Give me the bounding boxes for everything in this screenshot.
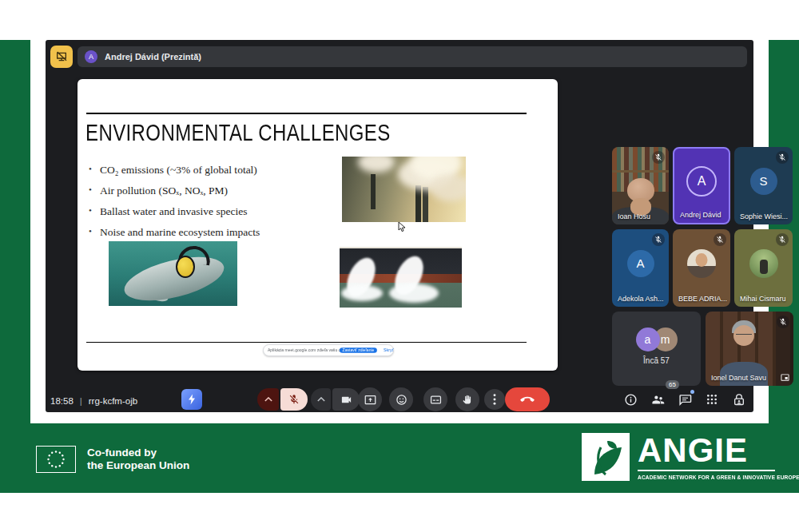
angie-logo: ANGIE ACADEMIC NETWORK FOR A GREEN & INN… <box>582 433 799 481</box>
angie-wordmark: ANGIE <box>638 433 799 468</box>
participant-tile-more[interactable]: a m Încă 57 <box>612 312 701 386</box>
mic-muted-button[interactable] <box>280 388 308 411</box>
mic-off-badge <box>777 316 789 328</box>
end-call-button[interactable] <box>505 387 550 411</box>
angie-leaf-icon <box>582 433 630 481</box>
avatar-letter: A <box>627 250 654 277</box>
participant-tile-adekola[interactable]: A Adekola Ash... <box>612 229 669 307</box>
slide-top-rule <box>86 113 527 114</box>
presenter-name: Andrej Dávid (Prezintă) <box>105 52 201 62</box>
participant-tile-mihai[interactable]: Mihai Cismaru <box>734 229 793 307</box>
angie-divider <box>638 470 775 471</box>
participant-name: Mihai Cismaru <box>740 295 786 303</box>
mic-off-icon <box>778 153 786 161</box>
captions-icon <box>430 394 442 406</box>
participant-tile-ioan-hosu[interactable]: Ioan Hosu <box>612 147 669 224</box>
slide-bullet: Ballast water and invasive species <box>89 205 260 218</box>
avatar-photo <box>749 249 778 278</box>
ship-ballast-water-discharge-photo <box>340 247 462 308</box>
angie-tagline: ACADEMIC NETWORK FOR A GREEN & INNOVATIV… <box>638 474 799 480</box>
mic-off-icon <box>779 318 787 326</box>
mic-off-icon <box>288 394 300 405</box>
mic-off-icon <box>778 236 786 244</box>
more-options-button[interactable] <box>484 389 505 410</box>
chat-notification-dot <box>690 390 694 394</box>
smokestack-emissions-photo <box>342 157 466 222</box>
share-bar-message: Aplikácia meet.google.com zdieľa vašu ob… <box>268 348 317 352</box>
mic-off-badge <box>776 233 789 246</box>
eu-cofunded-logo: Co-funded by the European Union <box>36 446 189 473</box>
slide-bottom-rule <box>86 342 527 343</box>
stop-sharing-button[interactable]: Zastaviť zdieľanie <box>340 347 377 352</box>
meeting-code: rrg-kcfm-ojb <box>89 396 137 406</box>
mouse-cursor <box>398 221 407 232</box>
raise-hand-button[interactable] <box>455 387 479 411</box>
participant-name: Sophie Wiesi... <box>740 212 788 220</box>
meeting-details-button[interactable] <box>622 391 638 407</box>
mic-options-chevron[interactable] <box>257 388 279 411</box>
participant-name: Ionel Danut Savu <box>711 374 766 382</box>
host-controls-button[interactable] <box>731 391 747 407</box>
extension-overlay-icon[interactable] <box>181 389 202 410</box>
participant-name: Andrej Dávid <box>680 211 721 219</box>
google-meet-window: A Andrej Dávid (Prezintă) ENVIRONMENTAL … <box>46 40 753 412</box>
camera-options-chevron[interactable] <box>311 388 331 411</box>
slide-bullet: Noise and marine ecosystem impacts <box>89 226 260 239</box>
mic-off-icon <box>716 236 724 244</box>
eu-cofunded-text: Co-funded by the European Union <box>87 447 189 472</box>
divider: | <box>80 396 82 406</box>
mic-off-icon <box>654 153 662 161</box>
info-icon <box>624 393 638 407</box>
shared-slide: ENVIRONMENTAL CHALLENGES CO₂ emissions (… <box>78 79 558 371</box>
activities-button[interactable] <box>704 391 720 407</box>
chrome-share-bar: Aplikácia meet.google.com zdieľa vašu ob… <box>263 344 394 356</box>
participant-count-badge: 65 <box>666 380 679 389</box>
participant-name: BEBE ADRIA... <box>678 295 727 303</box>
presenter-avatar: A <box>85 50 97 63</box>
clock-time: 18:58 <box>50 396 74 406</box>
slide-bullet: Air pollution (SOₓ, NOₓ, PM) <box>89 185 260 197</box>
captions-button[interactable] <box>423 387 447 411</box>
present-screen-button[interactable] <box>358 387 382 411</box>
people-panel-button[interactable] <box>650 391 666 407</box>
slide-title: ENVIRONMENTAL CHALLENGES <box>85 119 391 146</box>
avatar-letter: S <box>750 168 777 195</box>
slide-bullet-list: CO₂ emissions (~3% of global total) Air … <box>89 164 260 247</box>
participant-tile-sophie[interactable]: S Sophie Wiesi... <box>734 147 793 224</box>
more-vert-icon <box>493 394 496 405</box>
avatar-letter: A <box>686 166 717 197</box>
videocam-icon <box>340 394 352 406</box>
people-icon <box>650 393 666 407</box>
chat-panel-button[interactable] <box>677 391 693 407</box>
participant-name: Ioan Hosu <box>618 212 650 220</box>
mic-off-badge <box>652 151 665 164</box>
mic-off-badge <box>714 233 726 246</box>
hand-icon <box>462 394 473 405</box>
presentation-off-icon <box>55 50 68 63</box>
overflow-avatar-a: a <box>636 328 660 351</box>
participant-tile-bebe[interactable]: BEBE ADRIA... <box>673 229 730 307</box>
mic-off-badge <box>652 233 665 246</box>
present-icon <box>364 394 376 406</box>
participant-tile-andrej-david[interactable]: A Andrej Dávid <box>673 147 730 224</box>
lock-person-icon <box>733 393 745 407</box>
more-participants-label: Încă 57 <box>612 356 701 365</box>
avatar-photo <box>687 249 716 278</box>
mic-off-badge <box>776 151 789 164</box>
end-call-icon <box>520 396 535 403</box>
presentation-off-button[interactable] <box>50 46 73 68</box>
presenter-pill[interactable]: A Andrej Dávid (Prezintă) <box>78 46 747 67</box>
meeting-info: 18:58 | rrg-kcfm-ojb <box>50 396 137 406</box>
mic-off-icon <box>654 236 662 244</box>
participant-name: Adekola Ash... <box>618 295 664 303</box>
picture-in-picture-icon[interactable] <box>781 373 789 382</box>
hide-share-bar-link[interactable]: Skryť <box>384 348 393 352</box>
whale-with-ear-protection-photo <box>109 241 237 306</box>
reactions-button[interactable] <box>389 387 413 411</box>
smiley-icon <box>396 394 407 406</box>
apps-grid-icon <box>706 393 718 406</box>
page: A Andrej Dávid (Prezintă) ENVIRONMENTAL … <box>0 0 799 532</box>
participant-tile-ionel[interactable]: Ionel Danut Savu <box>706 312 793 386</box>
camera-button[interactable] <box>332 388 360 411</box>
eu-flag-icon <box>36 446 76 473</box>
